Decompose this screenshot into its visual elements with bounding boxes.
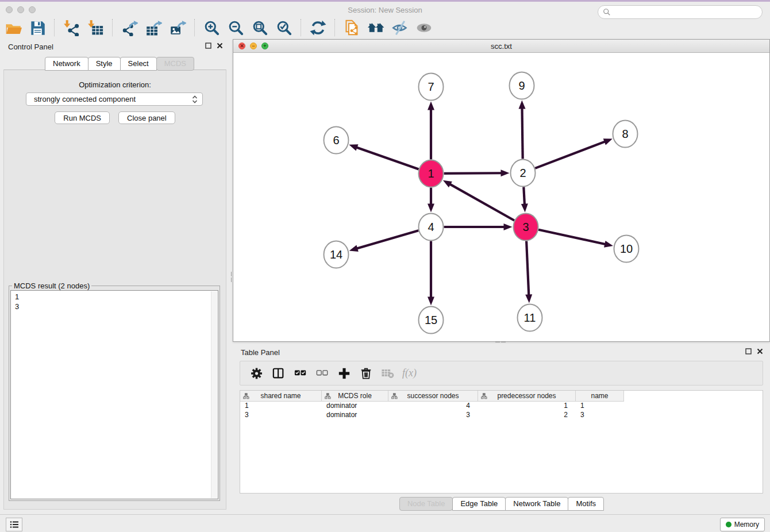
import-table-button[interactable] [87,19,104,36]
network-window-titlebar[interactable]: ✕ − + scc.txt [233,40,769,53]
graph-node-7[interactable]: 7 [419,74,444,101]
hide-eye-button[interactable] [391,19,409,36]
table-toolbar: f(x) [240,361,763,385]
graph-node-6[interactable]: 6 [324,127,349,154]
criterion-select[interactable]: strongly connected component [26,92,203,106]
graph-node-11[interactable]: 11 [518,304,542,331]
tab-select[interactable]: Select [120,57,157,71]
task-history-button[interactable] [6,518,22,531]
graph-node-1[interactable]: 1 [419,160,444,187]
function-builder-button[interactable]: f(x) [402,367,417,379]
column-hierarchy-icon [391,393,398,399]
delete-table-button[interactable] [380,366,395,381]
select-all-button[interactable] [293,366,308,381]
graph-node-14[interactable]: 14 [324,241,349,268]
column-header-shared-name[interactable]: shared name [240,391,322,402]
refresh-icon [310,20,326,36]
close-panel-button[interactable]: Close panel [118,111,175,124]
zoom-selected-button[interactable] [275,19,292,36]
deselect-all-button[interactable] [315,366,330,381]
graph-node-3[interactable]: 3 [514,214,538,241]
select-chevrons-icon [191,94,199,105]
node-table[interactable]: shared nameMCDS rolesuccessor nodesprede… [240,390,763,494]
tab-style[interactable]: Style [88,57,121,71]
zoom-fit-icon [252,20,268,36]
list-icon [10,521,19,529]
panel-splitter-handle[interactable] [230,269,232,284]
application-window: Session: New Session Control Panel Netwo… [0,0,770,532]
show-eye-button[interactable] [415,19,433,36]
run-mcds-button[interactable]: Run MCDS [55,111,110,124]
search-icon [603,8,611,16]
float-table-panel-icon[interactable] [745,348,752,354]
search-input[interactable] [598,5,763,19]
tab-mcds[interactable]: MCDS [156,57,194,71]
svg-text:2: 2 [519,167,526,179]
graph-edge-arrow-4-3 [504,223,513,230]
graph-edge-4-14[interactable] [356,230,418,248]
graph-node-8[interactable]: 8 [613,121,638,148]
graph-node-2[interactable]: 2 [511,160,536,187]
mcds-result-list[interactable]: 1 3 [10,290,218,499]
table-row-1[interactable]: 1dominator411 [240,402,763,411]
tab-motifs[interactable]: Motifs [568,497,604,511]
close-panel-icon[interactable] [217,43,223,49]
refresh-button[interactable] [309,19,326,36]
graph-edge-arrow-3-10 [604,241,613,248]
table-header-row: shared nameMCDS rolesuccessor nodesprede… [240,391,763,402]
column-header-successor-nodes[interactable]: successor nodes [388,391,478,402]
graph-edge-1-2[interactable] [444,173,502,174]
zoom-in-button[interactable] [203,19,220,36]
graph-edge-3-10[interactable] [538,230,606,244]
result-scrollbar[interactable] [211,291,217,498]
column-header-predecessor-nodes[interactable]: predecessor nodes [478,391,576,402]
import-network-icon [63,20,80,36]
export-image-button[interactable] [169,19,186,36]
export-image-icon [170,20,186,36]
memory-button[interactable]: Memory [720,518,765,531]
import-network-button[interactable] [63,19,80,36]
graph-edge-arrow-2-3 [521,203,528,212]
graph-edge-3-1[interactable] [449,184,514,221]
open-file-button[interactable] [5,19,22,36]
tab-network-table[interactable]: Network Table [505,497,568,511]
graph-node-15[interactable]: 15 [419,307,444,334]
graph-node-10[interactable]: 10 [614,236,639,263]
tab-node-table[interactable]: Node Table [399,497,453,511]
table-row-2[interactable]: 3dominator323 [240,411,763,420]
table-splitter-handle[interactable] [493,341,508,343]
graph-edge-arrow-2-8 [603,138,613,145]
graph-node-4[interactable]: 4 [419,214,444,241]
float-panel-icon[interactable] [205,43,211,49]
network-canvas[interactable]: 7968124314101511 [233,53,769,342]
toolbar-separator [112,19,113,36]
column-hierarchy-icon [325,393,331,399]
add-row-icon [338,367,351,380]
graph-node-9[interactable]: 9 [510,72,534,99]
svg-text:4: 4 [428,221,434,233]
export-network-button[interactable] [121,19,138,36]
column-header-MCDS-role[interactable]: MCDS role [322,391,388,402]
memory-label: Memory [734,521,759,529]
home-button[interactable] [367,19,384,36]
graph-edge-2-8[interactable] [535,141,605,168]
delete-row-button[interactable] [359,366,374,381]
add-row-button[interactable] [337,366,352,381]
graph-edge-2-3[interactable] [523,187,525,205]
graph-edge-2-9[interactable] [522,107,523,159]
save-session-button[interactable] [29,19,46,36]
close-table-panel-icon[interactable] [757,348,763,354]
zoom-out-button[interactable] [227,19,244,36]
graph-edge-3-11[interactable] [526,241,529,295]
network-file-button[interactable] [343,19,360,36]
column-header-name[interactable]: name [576,391,624,402]
tab-edge-table[interactable]: Edge Table [452,497,506,511]
table-panel-title: Table Panel [241,348,280,357]
gear-button[interactable] [249,366,264,381]
zoom-fit-button[interactable] [251,19,268,36]
tab-network[interactable]: Network [45,57,88,71]
column-layout-button[interactable] [271,366,286,381]
cell-MCDS-role: dominator [322,402,388,411]
graph-edge-1-6[interactable] [356,147,419,169]
export-table-button[interactable] [145,19,162,36]
